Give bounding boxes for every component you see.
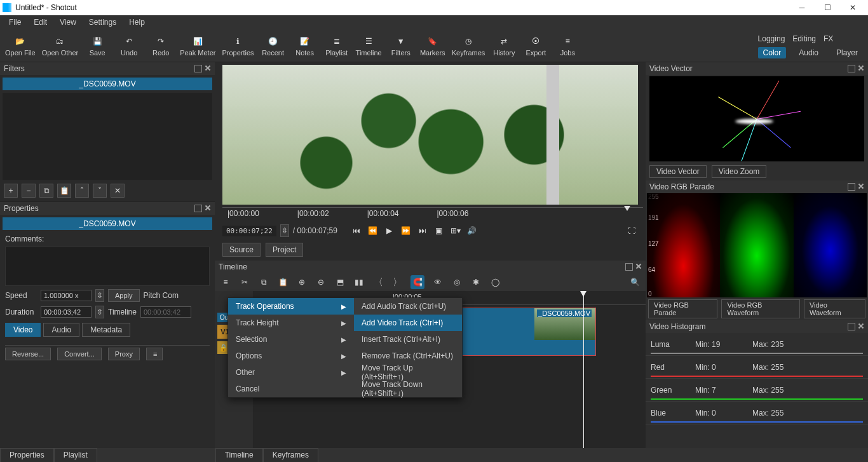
tab-video-zoom[interactable]: Video Zoom bbox=[712, 165, 766, 178]
close-panel-icon[interactable] bbox=[205, 205, 211, 211]
timeline-menu-button[interactable]: ≡ bbox=[220, 276, 231, 288]
context-submenu-item[interactable]: Add Audio Track (Ctrl+U) bbox=[354, 298, 462, 315]
close-panel-icon[interactable] bbox=[858, 323, 864, 329]
tab-source[interactable]: Source bbox=[222, 243, 261, 257]
tab-audio[interactable]: Audio bbox=[794, 47, 824, 58]
cut-button[interactable]: ✂ bbox=[239, 276, 250, 288]
close-panel-icon[interactable] bbox=[858, 65, 864, 71]
prev-marker-button[interactable]: 〈 bbox=[372, 276, 384, 288]
export-button[interactable]: ⦿Export bbox=[523, 35, 548, 57]
close-panel-icon[interactable] bbox=[205, 65, 211, 71]
menu-settings[interactable]: Settings bbox=[83, 17, 123, 28]
undo-button[interactable]: ↶Undo bbox=[116, 35, 142, 57]
tab-logging[interactable]: Logging bbox=[758, 34, 785, 43]
apply-speed-button[interactable]: Apply bbox=[108, 289, 140, 302]
context-menu-item[interactable]: Track Operations▶ bbox=[228, 298, 354, 315]
proxy-button[interactable]: Proxy bbox=[108, 348, 140, 360]
menu-help[interactable]: Help bbox=[123, 17, 151, 28]
close-panel-icon[interactable] bbox=[635, 263, 642, 269]
deselect-filter-button[interactable]: ✕ bbox=[111, 184, 125, 198]
recent-button[interactable]: 🕘Recent bbox=[261, 35, 286, 57]
bottom-tab-keyframes[interactable]: Keyframes bbox=[263, 448, 318, 462]
maximize-button[interactable]: ☐ bbox=[815, 0, 840, 15]
ripple-button[interactable]: ◎ bbox=[451, 276, 463, 288]
timecode-spinner[interactable]: ⇳ bbox=[280, 224, 289, 237]
ripple-markers-button[interactable]: ◯ bbox=[489, 276, 501, 288]
tab-audio-props[interactable]: Audio bbox=[43, 323, 79, 337]
notes-button[interactable]: 📝Notes bbox=[292, 35, 318, 57]
rewind-button[interactable]: ⏪ bbox=[367, 224, 379, 237]
tab-rgb-waveform[interactable]: Video RGB Waveform bbox=[721, 299, 799, 318]
duration-spinner[interactable]: ⇳ bbox=[95, 306, 104, 318]
properties-button[interactable]: ℹProperties bbox=[222, 35, 254, 57]
split-button[interactable]: ▮▮ bbox=[353, 276, 365, 288]
speed-spinner[interactable]: ⇳ bbox=[95, 289, 104, 302]
zoom-fit-button[interactable]: ▣ bbox=[433, 224, 445, 237]
undock-icon[interactable] bbox=[848, 183, 855, 191]
peak-meter-button[interactable]: 📊Peak Meter bbox=[180, 35, 215, 57]
tab-fx[interactable]: FX bbox=[824, 34, 833, 43]
undock-icon[interactable] bbox=[848, 65, 855, 72]
playhead-icon[interactable] bbox=[624, 206, 630, 211]
tab-project[interactable]: Project bbox=[266, 243, 303, 257]
duration-input[interactable] bbox=[41, 306, 92, 318]
lift-button[interactable]: ⊖ bbox=[315, 276, 327, 288]
add-filter-button[interactable]: + bbox=[4, 184, 18, 198]
context-submenu-item[interactable]: Add Video Track (Ctrl+I) bbox=[354, 315, 462, 331]
context-menu-item[interactable]: Selection▶ bbox=[228, 331, 354, 348]
context-menu-item[interactable]: Track Height▶ bbox=[228, 315, 354, 331]
open-file-button[interactable]: 📂Open File bbox=[5, 35, 36, 57]
close-button[interactable]: ✕ bbox=[840, 0, 865, 15]
tab-player[interactable]: Player bbox=[831, 47, 863, 58]
paste-filter-button[interactable]: 📋 bbox=[57, 184, 71, 198]
history-button[interactable]: ⇄History bbox=[491, 35, 517, 57]
fullscreen-button[interactable]: ⛶ bbox=[625, 224, 638, 237]
close-panel-icon[interactable] bbox=[858, 183, 864, 189]
tab-video[interactable]: Video bbox=[5, 323, 41, 337]
copy-filter-button[interactable]: ⧉ bbox=[39, 184, 53, 198]
preview-ruler[interactable]: |00:00:00 |00:00:02 |00:00:04 |00:00:06 bbox=[222, 205, 643, 222]
comments-field[interactable] bbox=[5, 247, 210, 286]
undock-icon[interactable] bbox=[194, 205, 202, 212]
menu-view[interactable]: View bbox=[53, 17, 83, 28]
volume-button[interactable]: 🔊 bbox=[466, 224, 478, 237]
context-submenu-item[interactable]: Insert Track (Ctrl+Alt+I) bbox=[354, 331, 462, 348]
filters-button[interactable]: ▼Filters bbox=[388, 35, 414, 57]
context-submenu-item[interactable]: Move Track Up (Alt+Shift+↑) bbox=[354, 364, 462, 381]
video-preview[interactable] bbox=[222, 65, 638, 205]
move-filter-down-button[interactable]: ˅ bbox=[93, 184, 107, 198]
menu-file[interactable]: File bbox=[3, 17, 27, 28]
undock-icon[interactable] bbox=[194, 65, 202, 72]
remove-filter-button[interactable]: − bbox=[22, 184, 36, 198]
paste-button[interactable]: 📋 bbox=[277, 276, 288, 288]
save-button[interactable]: 💾Save bbox=[85, 35, 110, 57]
snap-button[interactable]: 🧲 bbox=[410, 275, 424, 289]
context-menu-item[interactable]: Other▶ bbox=[228, 364, 354, 381]
tab-video-waveform[interactable]: Video Waveform bbox=[804, 299, 865, 318]
context-submenu-item[interactable]: Remove Track (Ctrl+Alt+U) bbox=[354, 348, 462, 364]
timeline-playhead[interactable] bbox=[583, 291, 584, 448]
fast-forward-button[interactable]: ⏩ bbox=[400, 224, 412, 237]
grid-button[interactable]: ⊞▾ bbox=[449, 224, 462, 237]
copy-button[interactable]: ⧉ bbox=[258, 276, 269, 288]
overwrite-button[interactable]: ⬒ bbox=[334, 276, 346, 288]
bottom-tab-properties[interactable]: Properties bbox=[0, 448, 54, 462]
playlist-button[interactable]: ≣Playlist bbox=[324, 35, 349, 57]
next-marker-button[interactable]: 〉 bbox=[391, 276, 403, 288]
timeline-button[interactable]: ☰Timeline bbox=[356, 35, 382, 57]
menu-edit[interactable]: Edit bbox=[27, 17, 53, 28]
zoom-out-button[interactable]: 🔍 bbox=[629, 276, 641, 288]
undock-icon[interactable] bbox=[625, 263, 633, 271]
redo-button[interactable]: ↷Redo bbox=[148, 35, 173, 57]
keyframes-button[interactable]: ◷Keyframes bbox=[452, 35, 485, 57]
ripple-all-button[interactable]: ✱ bbox=[470, 276, 482, 288]
bottom-tab-timeline[interactable]: Timeline bbox=[215, 448, 263, 462]
play-button[interactable]: ▶ bbox=[383, 224, 396, 237]
scrub-button[interactable]: 👁 bbox=[432, 276, 444, 288]
context-menu-item[interactable]: Options▶ bbox=[228, 348, 354, 364]
skip-end-button[interactable]: ⏭ bbox=[416, 224, 429, 237]
tab-editing[interactable]: Editing bbox=[792, 34, 816, 43]
reverse-button[interactable]: Reverse... bbox=[5, 348, 51, 360]
properties-menu-button[interactable]: ≡ bbox=[146, 348, 163, 360]
speed-input[interactable] bbox=[41, 290, 92, 301]
